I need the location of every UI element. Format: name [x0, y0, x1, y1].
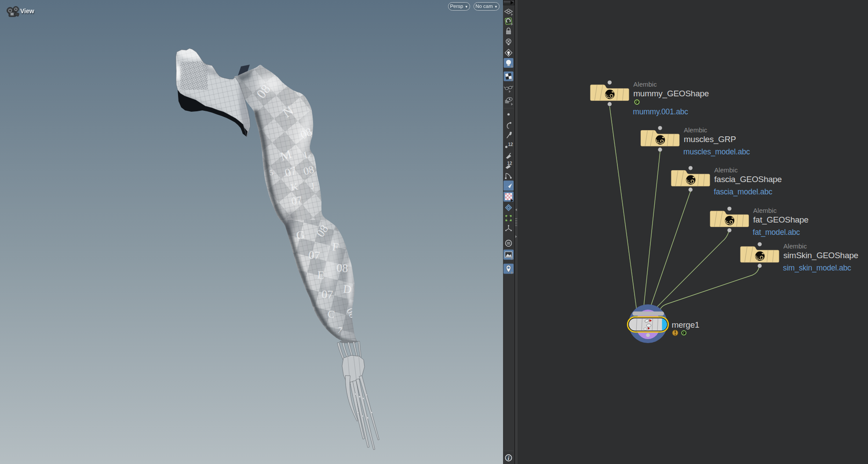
svg-text:07: 07 — [308, 248, 321, 262]
svg-text:E: E — [317, 269, 325, 282]
svg-text:G: G — [295, 228, 305, 242]
svg-text:12: 12 — [507, 161, 513, 166]
svg-text:07: 07 — [321, 288, 333, 301]
svg-text:B: B — [354, 322, 363, 334]
svg-text:F: F — [332, 240, 339, 253]
svg-text:07: 07 — [291, 194, 303, 207]
svg-text:08: 08 — [336, 262, 348, 275]
svg-text:D: D — [343, 282, 352, 296]
svg-text:12: 12 — [508, 142, 514, 147]
